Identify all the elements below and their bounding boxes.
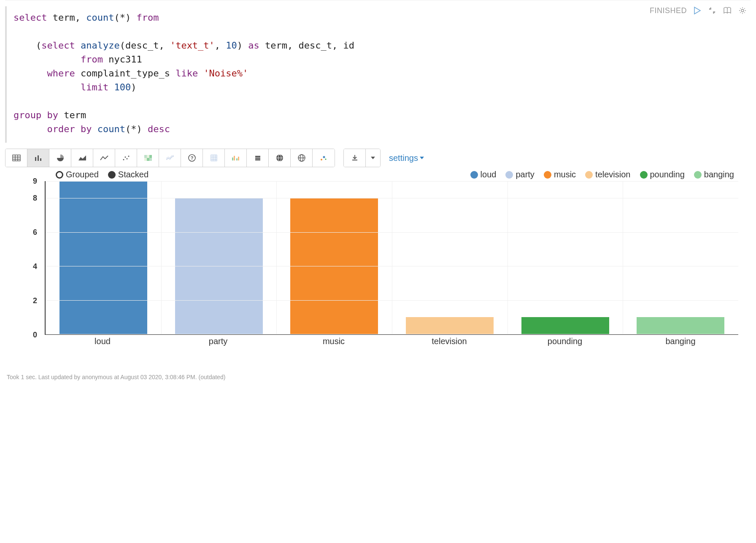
radio-hollow-icon: [56, 171, 63, 179]
swatch-icon: [585, 171, 593, 179]
download-button[interactable]: [344, 149, 366, 167]
settings-link[interactable]: settings: [389, 153, 424, 163]
svg-rect-31: [236, 158, 238, 160]
grid-chart-button[interactable]: [203, 149, 225, 167]
download-caret-button[interactable]: [366, 149, 380, 167]
svg-point-14: [126, 158, 127, 160]
area-chart-button[interactable]: [71, 149, 93, 167]
svg-rect-24: [211, 155, 217, 161]
legend-series-television[interactable]: television: [585, 170, 630, 179]
stacked-chart-button[interactable]: [247, 149, 269, 167]
y-tick: 4: [33, 262, 37, 271]
legend-series-party[interactable]: party: [505, 170, 534, 179]
svg-rect-45: [352, 160, 357, 160]
bar-television[interactable]: [406, 317, 494, 334]
gear-icon[interactable]: [737, 5, 748, 16]
line-chart-button[interactable]: [93, 149, 115, 167]
svg-rect-19: [144, 158, 147, 161]
run-icon[interactable]: [692, 5, 702, 16]
multibar-chart-button[interactable]: [225, 149, 247, 167]
svg-rect-29: [232, 157, 233, 160]
sql-code: select term, count(*) from (select analy…: [14, 11, 747, 136]
swatch-icon: [694, 171, 702, 179]
y-tick: 0: [33, 331, 37, 339]
viz-toolbar: ?: [5, 149, 751, 167]
svg-rect-18: [149, 155, 152, 158]
svg-marker-47: [420, 157, 424, 159]
table-view-button[interactable]: [5, 149, 27, 167]
svg-rect-8: [35, 157, 36, 161]
svg-point-12: [123, 159, 124, 160]
svg-rect-17: [147, 155, 149, 158]
svg-marker-0: [694, 7, 700, 14]
svg-rect-34: [255, 157, 260, 159]
download-group: [343, 149, 381, 167]
x-label: party: [160, 335, 276, 350]
bubble-chart-button[interactable]: [313, 149, 335, 167]
radio-solid-icon: [108, 171, 116, 179]
svg-rect-16: [144, 155, 147, 158]
settings-label: settings: [389, 153, 418, 163]
bar-pounding[interactable]: [521, 317, 609, 334]
svg-rect-21: [149, 158, 152, 161]
svg-point-15: [128, 156, 129, 157]
svg-rect-20: [147, 158, 149, 161]
legend-series-pounding[interactable]: pounding: [640, 170, 685, 179]
svg-rect-10: [40, 158, 41, 161]
y-tick: 9: [33, 177, 37, 186]
bar-chart: 024689 loudpartymusictelevisionpoundingb…: [18, 181, 738, 350]
y-tick: 8: [33, 194, 37, 203]
globe-outline-icon[interactable]: [291, 149, 313, 167]
y-tick: 2: [33, 296, 37, 305]
chart-type-group: ?: [5, 149, 335, 167]
x-axis: loudpartymusictelevisionpoundingbanging: [45, 335, 738, 350]
svg-rect-9: [38, 155, 39, 161]
svg-text:?: ?: [190, 155, 193, 160]
code-editor[interactable]: select term, count(*) from (select analy…: [5, 6, 751, 143]
pie-chart-button[interactable]: [49, 149, 71, 167]
scatter-chart-button[interactable]: [115, 149, 137, 167]
x-label: music: [276, 335, 392, 350]
svg-point-43: [323, 156, 325, 158]
bar-chart-button[interactable]: [27, 149, 49, 167]
svg-marker-46: [371, 157, 375, 159]
svg-rect-3: [13, 155, 20, 161]
legend-grouped[interactable]: Grouped: [56, 170, 99, 179]
svg-rect-35: [255, 159, 260, 160]
svg-marker-11: [78, 155, 86, 160]
x-label: television: [392, 335, 507, 350]
bar-loud[interactable]: [59, 181, 147, 334]
svg-point-13: [124, 157, 126, 158]
swatch-icon: [640, 171, 648, 179]
legend-series-loud[interactable]: loud: [470, 170, 497, 179]
svg-rect-32: [238, 157, 239, 160]
swatch-icon: [470, 171, 478, 179]
help-icon[interactable]: ?: [181, 149, 203, 167]
globe-solid-icon[interactable]: [269, 149, 291, 167]
x-label: banging: [623, 335, 738, 350]
legend-series-music[interactable]: music: [544, 170, 576, 179]
heatmap-button[interactable]: [137, 149, 159, 167]
cell-footer-status: Took 1 sec. Last updated by anonymous at…: [5, 370, 751, 384]
swatch-icon: [505, 171, 513, 179]
svg-rect-30: [234, 156, 235, 160]
legend-series-banging[interactable]: banging: [694, 170, 734, 179]
cell-status: FINISHED: [650, 6, 687, 15]
bar-banging[interactable]: [637, 317, 724, 334]
plot-area: [45, 181, 738, 335]
svg-point-42: [321, 159, 322, 160]
notebook-cell: FINISHED select term, count(*) from (sel…: [5, 0, 751, 384]
cell-actions: FINISHED: [650, 5, 748, 16]
collapse-icon[interactable]: [707, 5, 717, 16]
svg-rect-33: [255, 156, 260, 157]
legend-stacked[interactable]: Stacked: [108, 170, 148, 179]
book-icon[interactable]: [722, 5, 732, 16]
trend-chart-button[interactable]: [159, 149, 181, 167]
chart-legend: Grouped Stacked loudpartymusictelevision…: [56, 170, 734, 179]
swatch-icon: [544, 171, 551, 179]
x-label: pounding: [507, 335, 623, 350]
x-label: loud: [45, 335, 160, 350]
svg-point-2: [741, 9, 744, 12]
y-tick: 6: [33, 228, 37, 237]
y-axis: 024689: [18, 181, 43, 335]
